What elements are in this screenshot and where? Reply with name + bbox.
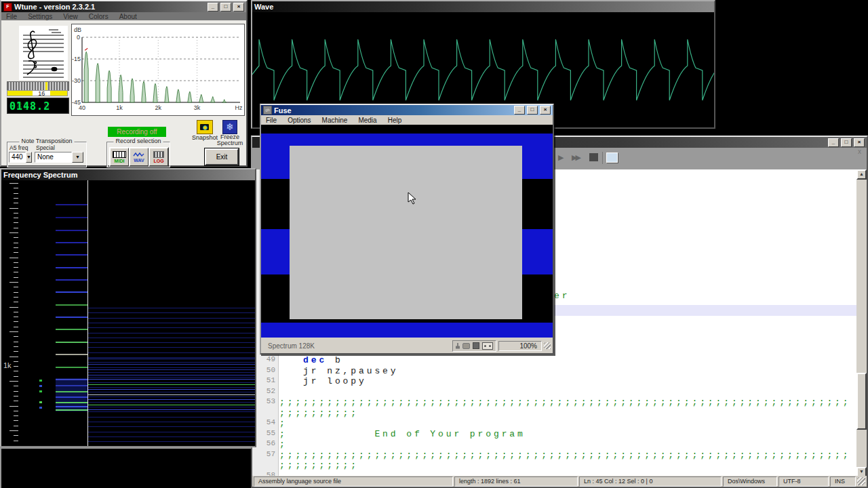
- freeze-spectrum-button[interactable]: ❄: [222, 120, 237, 134]
- spectral-line: [56, 396, 87, 398]
- axis-tick: [14, 222, 18, 223]
- svg-text:-15: -15: [72, 56, 81, 62]
- code-line: 55; End of Your program: [252, 429, 856, 440]
- wtune-restore-button[interactable]: □: [220, 3, 231, 12]
- stop-icon[interactable]: [589, 153, 598, 161]
- spectral-line: [56, 217, 87, 218]
- axis-tick: [14, 198, 18, 199]
- editor-vscrollbar[interactable]: ▲ ▼: [856, 169, 867, 477]
- axis-tick: [14, 346, 18, 347]
- spectral-line: [56, 329, 87, 330]
- record-midi-button[interactable]: MIDI: [109, 147, 130, 167]
- spectral-history-line: [88, 357, 255, 358]
- svg-text:1k: 1k: [116, 104, 123, 111]
- axis-tick: [14, 342, 18, 342]
- panel-close-icon[interactable]: x: [858, 148, 861, 155]
- spectral-history-line: [88, 392, 255, 392]
- wtune-menu-colors[interactable]: Colors: [84, 12, 113, 21]
- spectral-history-bright-line: [88, 375, 255, 375]
- emulator-screen[interactable]: [261, 125, 553, 338]
- fuse-menu-media[interactable]: Media: [353, 116, 381, 125]
- svg-text:-30: -30: [72, 77, 81, 84]
- fuse-close-button[interactable]: ×: [540, 106, 551, 115]
- snapshot-button[interactable]: [197, 120, 213, 134]
- fuse-minimize-button[interactable]: _: [514, 106, 525, 115]
- code-line: ;;;;;;;;;;: [252, 408, 856, 419]
- meter-bar-left: [7, 91, 33, 96]
- editor-maximize-button[interactable]: □: [841, 138, 852, 147]
- status-eol[interactable]: Dos\Windows: [723, 476, 777, 487]
- exit-button[interactable]: Exit: [204, 148, 239, 166]
- fuse-menu-file[interactable]: File: [261, 116, 281, 125]
- record-log-button[interactable]: LOG: [149, 147, 169, 167]
- axis-tick: [14, 336, 18, 337]
- code-line: 49 dec b: [252, 355, 856, 366]
- wtune-titlebar[interactable]: F Wtune - version 2.3.2.1 _ □ ×: [1, 1, 246, 12]
- status-encoding[interactable]: UTF-8: [778, 476, 829, 487]
- note-transposition-group: Note Transposition A5 freq Special 440 ▼…: [7, 142, 87, 167]
- hidden-comment-fragment: er: [554, 291, 570, 302]
- wtune-menu-about[interactable]: About: [115, 12, 142, 21]
- wtune-menubar: FileSettingsViewColorsAbout: [1, 12, 246, 20]
- spectral-line: [56, 406, 87, 407]
- spectral-line: [56, 317, 87, 318]
- axis-tick: [14, 351, 18, 352]
- code-line: ;;;;;;;;;;: [252, 460, 856, 471]
- wtune-minimize-button[interactable]: _: [208, 3, 218, 12]
- special-dropdown-icon[interactable]: ▼: [72, 152, 83, 163]
- wtune-menu-view[interactable]: View: [58, 12, 83, 21]
- bass-clef: [27, 60, 36, 75]
- fuse-menu-machine[interactable]: Machine: [317, 116, 353, 125]
- axis-tick: [14, 302, 18, 302]
- record-wav-button[interactable]: WAV: [129, 147, 149, 167]
- axis-tick: [14, 203, 18, 203]
- tape-icon[interactable]: [482, 342, 493, 350]
- wtune-window: F Wtune - version 2.3.2.1 _ □ × FileSett…: [0, 0, 248, 167]
- editor-close-button[interactable]: ×: [854, 138, 865, 147]
- spectral-history-line: [88, 342, 255, 343]
- wtune-menu-settings[interactable]: Settings: [23, 12, 57, 21]
- a5freq-dropdown-icon[interactable]: ▼: [26, 152, 32, 163]
- record-selection-group: Record selection MIDI WAV LOG: [106, 142, 170, 167]
- wave-titlebar[interactable]: Wave: [252, 1, 714, 12]
- fuse-menu-options[interactable]: Options: [283, 116, 315, 125]
- special-value: None: [35, 152, 72, 163]
- wtune-close-button[interactable]: ×: [233, 3, 244, 12]
- scroll-thumb[interactable]: [856, 373, 867, 430]
- fuse-maximize-button[interactable]: □: [527, 106, 538, 115]
- fuse-window: gb Fuse _ □ × FileOptionsMachineMediaHel…: [260, 104, 554, 354]
- status-insmode[interactable]: INS: [830, 476, 856, 487]
- axis-tick: [14, 228, 18, 228]
- staff-notation: [19, 26, 68, 80]
- freq-spectrum-titlebar[interactable]: Frequency Spectrum: [1, 169, 255, 180]
- midi-label: MIDI: [115, 159, 125, 163]
- a5freq-combobox[interactable]: 440 ▼: [9, 152, 32, 163]
- spectral-history-line: [88, 367, 255, 368]
- frequency-display: 8888.8 0148.2 Hz: [7, 98, 69, 114]
- fuse-menu-help[interactable]: Help: [383, 116, 407, 125]
- wtune-app-icon: F: [3, 3, 12, 12]
- editor-minimize-button[interactable]: _: [828, 138, 839, 147]
- spectral-history-line: [88, 352, 255, 353]
- fuse-titlebar[interactable]: gb Fuse _ □ ×: [261, 105, 553, 115]
- spectral-history-line: [88, 377, 255, 378]
- axis-tick: [14, 391, 18, 392]
- fuse-speed-indicator: 100%: [498, 341, 542, 351]
- svg-text:Hz: Hz: [235, 104, 243, 111]
- axis-tick: [9, 258, 18, 258]
- special-combobox[interactable]: None ▼: [35, 152, 83, 163]
- monitor-icon[interactable]: [606, 152, 618, 163]
- run-fast-icon[interactable]: ▶▶: [572, 153, 579, 162]
- spectral-history-bright-line: [88, 394, 255, 395]
- run-icon[interactable]: ▶: [558, 153, 564, 162]
- resize-grip[interactable]: [857, 477, 865, 485]
- spectral-line: [56, 230, 87, 231]
- wtune-menu-file[interactable]: File: [1, 12, 22, 21]
- code-line: 52: [252, 387, 856, 398]
- spectral-history-line: [88, 318, 255, 319]
- axis-tick: [9, 430, 18, 431]
- spectral-history-line: [88, 407, 255, 407]
- scroll-up-button[interactable]: ▲: [856, 169, 867, 180]
- fuse-resize-grip[interactable]: [544, 342, 551, 349]
- spectral-history-line: [88, 312, 255, 313]
